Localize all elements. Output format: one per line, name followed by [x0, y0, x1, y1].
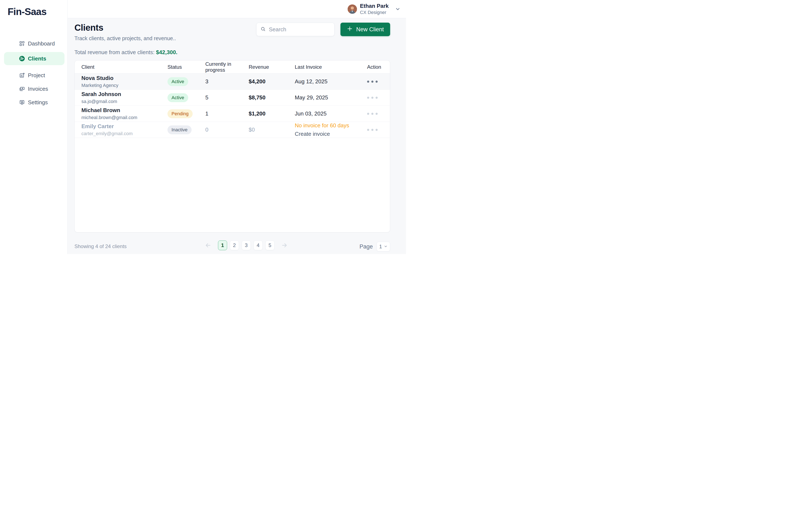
row-actions-button[interactable] — [367, 79, 378, 85]
row-actions-button[interactable] — [367, 111, 378, 117]
progress-value: 3 — [205, 78, 249, 85]
page-button-1[interactable]: 1 — [218, 241, 227, 250]
column-header-progress: Currently in progress — [205, 61, 249, 73]
last-invoice-value: Aug 12, 2025 — [295, 78, 367, 85]
next-page-arrow-icon[interactable] — [280, 241, 289, 250]
revenue-value: $1,200 — [249, 111, 295, 117]
showing-count: Showing 4 of 24 clients — [75, 244, 127, 249]
client-cell: Nova Studio Marketing Agency — [81, 75, 168, 88]
sidebar-item-label: Invoices — [28, 86, 48, 92]
page-subtitle: Track clients, active projects, and reve… — [75, 35, 176, 41]
revenue-summary: Total revenue from active clients: $42,3… — [75, 49, 390, 56]
client-detail: sa.jo@gmail.com — [81, 99, 168, 104]
row-actions-button[interactable] — [367, 127, 378, 133]
sidebar-item-dashboard[interactable]: Dashboard — [4, 38, 65, 49]
create-invoice-link[interactable]: Create invoice — [295, 131, 367, 137]
client-cell: Emily Carter carter_emily@gmail.com — [81, 123, 168, 137]
user-menu[interactable]: Ethan Park CX Designer — [348, 3, 400, 15]
table-row[interactable]: Emily Carter carter_emily@gmail.com Inac… — [75, 122, 390, 138]
clients-table-card: Client Status Currently in progress Reve… — [75, 60, 390, 232]
last-invoice-cell: No invoice for 60 days Create invoice — [295, 122, 367, 137]
chevron-down-icon[interactable] — [395, 6, 400, 12]
revenue-summary-amount: $42,300. — [156, 49, 177, 55]
column-header-revenue: Revenue — [249, 64, 295, 70]
client-name: Michael Brown — [81, 107, 168, 114]
table-footer: Showing 4 of 24 clients 1 2 3 4 5 — [75, 241, 390, 254]
last-invoice-value: May 29, 2025 — [295, 94, 367, 101]
page-button-3[interactable]: 3 — [242, 241, 251, 250]
page-title: Clients — [75, 23, 176, 33]
header-actions: New Client — [256, 23, 390, 36]
new-client-button[interactable]: New Client — [340, 23, 390, 36]
pagination: 1 2 3 4 5 — [204, 241, 289, 250]
table-row[interactable]: Michael Brown micheal.brown@gmail.com Pe… — [75, 106, 390, 122]
column-header-last-invoice: Last Invoice — [295, 64, 367, 70]
progress-value: 5 — [205, 94, 249, 101]
column-header-action: Action — [367, 64, 390, 70]
page-select-label: Page — [359, 244, 373, 250]
app-window: Fin-Saas Dashboard — [0, 0, 406, 254]
client-name: Emily Carter — [81, 123, 168, 130]
plus-icon — [347, 26, 353, 33]
clients-icon — [19, 56, 25, 61]
topbar: Ethan Park CX Designer — [68, 0, 406, 18]
revenue-summary-label: Total revenue from active clients: — [75, 49, 155, 55]
sidebar-item-invoices[interactable]: Invoices — [4, 83, 65, 95]
status-badge: Active — [168, 77, 188, 86]
page-header: Clients Track clients, active projects, … — [75, 23, 390, 41]
status-badge: Active — [168, 93, 188, 102]
app-logo: Fin-Saas — [0, 0, 68, 17]
sidebar-item-settings[interactable]: Settings — [4, 96, 65, 108]
row-actions-button[interactable] — [367, 94, 378, 101]
new-client-label: New Client — [356, 26, 384, 33]
invoice-warning-text: No invoice for 60 days — [295, 122, 367, 129]
page-button-5[interactable]: 5 — [265, 241, 274, 250]
page-button-2[interactable]: 2 — [230, 241, 239, 250]
sidebar-nav: Dashboard Clients — [0, 38, 68, 108]
sidebar-item-label: Dashboard — [28, 40, 55, 47]
search-box — [256, 23, 335, 36]
avatar — [348, 4, 357, 14]
client-detail: micheal.brown@gmail.com — [81, 115, 168, 120]
sidebar: Fin-Saas Dashboard — [0, 0, 68, 254]
page-select[interactable]: 1 — [377, 242, 390, 251]
client-name: Nova Studio — [81, 75, 168, 81]
sidebar-item-clients[interactable]: Clients — [4, 52, 65, 65]
revenue-value: $4,200 — [249, 78, 295, 85]
user-name: Ethan Park — [360, 3, 389, 9]
status-badge: Inactive — [168, 125, 191, 134]
progress-value: 0 — [205, 126, 249, 133]
sidebar-item-label: Clients — [28, 55, 46, 62]
client-detail: Marketing Agency — [81, 83, 168, 88]
dashboard-icon — [19, 41, 25, 46]
client-detail: carter_emily@gmail.com — [81, 131, 168, 136]
progress-value: 1 — [205, 111, 249, 117]
revenue-value: $0 — [249, 126, 295, 133]
column-header-status: Status — [168, 64, 205, 70]
search-icon — [260, 26, 266, 33]
table-row[interactable]: Nova Studio Marketing Agency Active 3 $4… — [75, 74, 390, 90]
settings-icon — [19, 99, 25, 105]
client-cell: Sarah Johnson sa.jo@gmail.com — [81, 91, 168, 104]
page-select-group: Page 1 — [359, 242, 390, 251]
page-select-value: 1 — [379, 244, 382, 250]
column-header-client: Client — [81, 64, 168, 70]
prev-page-arrow-icon[interactable] — [204, 241, 212, 250]
table-row[interactable]: Sarah Johnson sa.jo@gmail.com Active 5 $… — [75, 90, 390, 106]
status-badge: Pending — [168, 109, 193, 118]
table-header-row: Client Status Currently in progress Reve… — [75, 60, 390, 74]
search-input[interactable] — [269, 26, 331, 33]
revenue-value: $8,750 — [249, 94, 295, 101]
content-area: Clients Track clients, active projects, … — [68, 18, 406, 254]
project-icon — [19, 72, 25, 78]
sidebar-item-project[interactable]: Project — [4, 69, 65, 81]
chevron-down-icon — [384, 244, 388, 250]
sidebar-item-label: Project — [28, 72, 45, 79]
user-meta: Ethan Park CX Designer — [360, 3, 389, 15]
client-name: Sarah Johnson — [81, 91, 168, 97]
invoices-icon — [19, 86, 25, 92]
page-button-4[interactable]: 4 — [254, 241, 263, 250]
main-panel: Ethan Park CX Designer Clients Track cli… — [68, 0, 406, 254]
user-role: CX Designer — [360, 10, 389, 15]
sidebar-item-label: Settings — [28, 99, 48, 106]
